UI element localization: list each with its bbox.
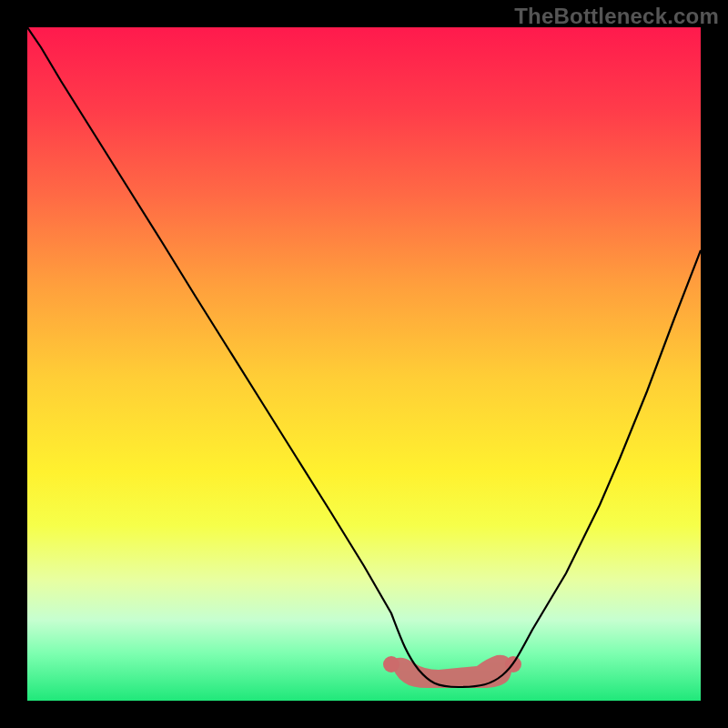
watermark-text: TheBottleneck.com: [514, 4, 719, 29]
bottleneck-curve: [27, 27, 701, 687]
highlight-minimum: [383, 655, 521, 688]
curve-svg: [27, 27, 701, 701]
svg-point-0: [383, 656, 399, 672]
chart-frame: TheBottleneck.com: [0, 0, 728, 728]
plot-area: [27, 27, 701, 701]
